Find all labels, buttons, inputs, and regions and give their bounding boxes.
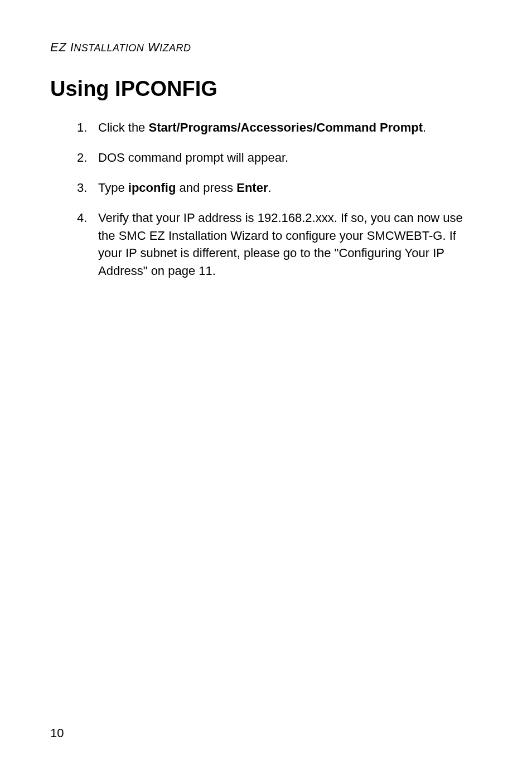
step-number: 3. (77, 179, 87, 197)
step-item: 1. Click the Start/Programs/Accessories/… (77, 119, 482, 137)
step-text-bold2: Enter (236, 181, 268, 195)
step-text-suffix: . (268, 181, 271, 195)
page-title: Using IPCONFIG (50, 77, 482, 101)
step-item: 3. Type ipconfig and press Enter. (77, 179, 482, 197)
step-text-prefix: Click the (98, 120, 148, 134)
page-number: 10 (50, 726, 64, 741)
page-header: EZ INSTALLATION WIZARD (50, 40, 482, 55)
steps-list: 1. Click the Start/Programs/Accessories/… (50, 119, 482, 280)
step-item: 2. DOS command prompt will appear. (77, 149, 482, 167)
step-text-mid: and press (176, 181, 236, 195)
step-number: 2. (77, 149, 87, 167)
step-number: 1. (77, 119, 87, 137)
step-item: 4. Verify that your IP address is 192.16… (77, 209, 482, 280)
step-text-bold: Start/Programs/Accessories/Command Promp… (148, 120, 423, 134)
step-number: 4. (77, 209, 87, 227)
step-text-suffix: . (423, 120, 426, 134)
step-text-prefix: Type (98, 181, 128, 195)
step-text-prefix: DOS command prompt will appear. (98, 151, 288, 165)
step-text-bold: ipconfig (128, 181, 176, 195)
step-text-prefix: Verify that your IP address is 192.168.2… (98, 211, 463, 278)
header-text: EZ INSTALLATION WIZARD (50, 40, 191, 54)
